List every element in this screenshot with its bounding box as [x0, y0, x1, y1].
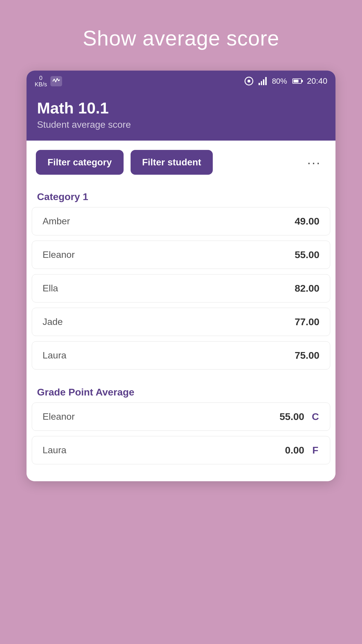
- student-name: Laura: [43, 445, 66, 456]
- student-grade: F: [311, 444, 319, 456]
- student-row: Amber 49.00: [32, 207, 330, 235]
- student-score: 55.00: [280, 411, 304, 422]
- score-group: 82.00: [295, 283, 319, 294]
- student-row: Jade 77.00: [32, 308, 330, 336]
- status-left: 0 KB/s: [35, 75, 62, 88]
- main-content: Filter category Filter student ··· Categ…: [27, 141, 335, 482]
- score-group: 0.00 F: [285, 444, 319, 456]
- student-score: 75.00: [295, 350, 319, 361]
- battery-pct-label: 80%: [272, 77, 287, 86]
- student-grade: C: [311, 411, 319, 422]
- student-row: Laura 75.00: [32, 341, 330, 370]
- status-kb-label: 0 KB/s: [35, 75, 47, 88]
- time-label: 20:40: [307, 76, 327, 86]
- student-score: 55.00: [295, 249, 319, 260]
- more-options-button[interactable]: ···: [302, 152, 326, 173]
- filter-category-button[interactable]: Filter category: [36, 150, 124, 175]
- filter-student-button[interactable]: Filter student: [131, 150, 213, 175]
- student-name: Eleanor: [43, 411, 75, 422]
- section-label-gpa: Grade Point Average: [27, 379, 335, 402]
- student-row: Eleanor 55.00 C: [32, 402, 330, 431]
- status-right: 80% 20:40: [245, 76, 327, 86]
- student-name: Jade: [43, 316, 63, 327]
- student-score: 0.00: [285, 444, 304, 456]
- score-group: 55.00 C: [280, 411, 319, 422]
- app-subtitle: Student average score: [37, 119, 325, 130]
- status-bar: 0 KB/s 80% 20:40: [27, 71, 335, 92]
- student-name: Eleanor: [43, 249, 75, 260]
- battery-icon: [292, 78, 302, 84]
- student-score: 82.00: [295, 283, 319, 294]
- student-score: 49.00: [295, 216, 319, 227]
- student-name: Ella: [43, 283, 58, 294]
- score-group: 49.00: [295, 216, 319, 227]
- page-title: Show average score: [83, 26, 279, 50]
- activity-icon: [50, 76, 62, 86]
- student-row: Laura 0.00 F: [32, 436, 330, 464]
- phone-frame: 0 KB/s 80% 20:40: [27, 71, 335, 481]
- score-group: 77.00: [295, 316, 319, 328]
- app-header: Math 10.1 Student average score: [27, 92, 335, 141]
- student-score: 77.00: [295, 316, 319, 328]
- score-group: 55.00: [295, 249, 319, 260]
- student-row: Eleanor 55.00: [32, 241, 330, 269]
- student-row: Ella 82.00: [32, 274, 330, 302]
- score-group: 75.00: [295, 350, 319, 361]
- filter-row: Filter category Filter student ···: [27, 141, 335, 184]
- sim-icon: [245, 77, 253, 85]
- student-name: Amber: [43, 216, 70, 227]
- app-title: Math 10.1: [37, 99, 325, 118]
- student-name: Laura: [43, 350, 66, 361]
- section-label-category1: Category 1: [27, 184, 335, 207]
- signal-icon: [259, 77, 267, 85]
